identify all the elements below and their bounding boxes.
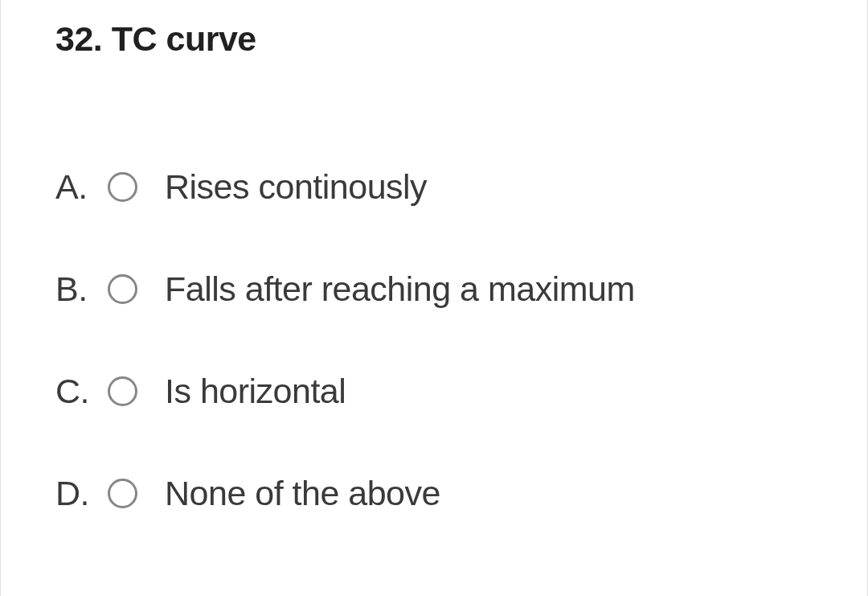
option-d[interactable]: D. None of the above (55, 474, 813, 513)
radio-icon[interactable] (108, 479, 137, 508)
question-text: TC curve (112, 19, 256, 58)
option-letter: B. (55, 269, 108, 309)
radio-icon[interactable] (108, 172, 137, 202)
options-list: A. Rises continously B. Falls after reac… (55, 167, 813, 513)
radio-icon[interactable] (108, 376, 137, 406)
question-number: 32. (55, 19, 102, 58)
option-letter: A. (55, 167, 108, 207)
option-letter: D. (55, 474, 108, 513)
option-c[interactable]: C. Is horizontal (55, 372, 813, 411)
option-text: None of the above (165, 474, 440, 513)
question-title: 32. TC curve (55, 19, 813, 59)
option-a[interactable]: A. Rises continously (55, 167, 813, 207)
option-text: Is horizontal (165, 372, 346, 411)
option-text: Rises continously (165, 167, 427, 207)
question-card: 32. TC curve A. Rises continously B. Fal… (0, 0, 868, 596)
radio-icon[interactable] (108, 274, 137, 304)
option-text: Falls after reaching a maximum (165, 269, 635, 309)
option-letter: C. (55, 372, 108, 411)
option-b[interactable]: B. Falls after reaching a maximum (55, 269, 813, 309)
